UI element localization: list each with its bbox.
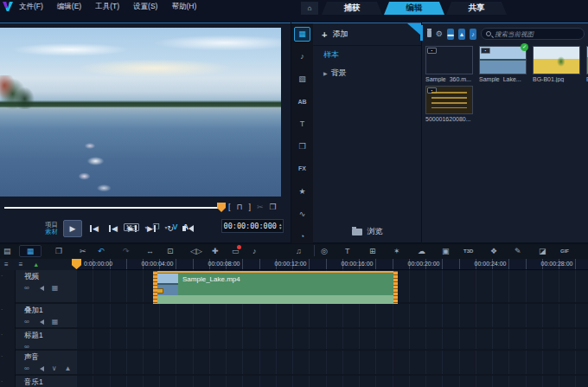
video-toggle[interactable]: V — [172, 223, 177, 231]
waveform-icon[interactable]: ∨ — [52, 365, 57, 372]
track-music1-lane[interactable] — [76, 376, 588, 387]
painting-creator-icon[interactable]: ❖ — [490, 245, 497, 257]
enlarge-preview-icon[interactable]: ❐ — [270, 203, 277, 211]
home-icon[interactable]: ⌂ — [301, 2, 318, 15]
opacity-icon[interactable]: ▦ — [52, 285, 59, 292]
filter-audio-button[interactable]: ♪ — [470, 29, 476, 40]
filter-video-button[interactable]: ▬ — [447, 29, 454, 40]
timeline-ruler[interactable]: 0:00:00:00 00:00:04:00 00:00:08:00 00:00… — [76, 259, 588, 270]
link-icon[interactable]: ∞ — [24, 285, 29, 292]
menu-help[interactable]: 帮助(H) — [171, 2, 196, 12]
copy-icon[interactable]: ❐ — [55, 245, 62, 257]
crop-caret-icon[interactable]: ▾ — [164, 224, 167, 230]
split-clip-icon[interactable]: ◁▷ — [190, 245, 202, 257]
track-title1-lane[interactable] — [76, 329, 588, 349]
ripple-edit-icon[interactable]: ↔ — [146, 245, 154, 257]
media-thumbnail[interactable] — [533, 46, 580, 74]
timecode-box[interactable]: 00:00:00:000 ▴ ▾ — [221, 219, 284, 233]
redo-icon[interactable]: ↷ — [123, 245, 130, 257]
filter-photo-button[interactable]: ▲ — [458, 29, 465, 40]
opacity-icon[interactable]: ▦ — [52, 319, 59, 326]
media-thumbnail[interactable]: ▪ — [425, 46, 473, 74]
prev-frame-button[interactable]: ◀ — [106, 222, 120, 235]
subtitle-editor-icon[interactable]: T — [345, 245, 350, 257]
category-backgrounds[interactable]: ▶ 背景 — [313, 64, 421, 82]
expand-caret-icon[interactable]: ▶ — [323, 70, 328, 76]
track-video-lane[interactable]: Sample_Lake.mp4 — [76, 270, 588, 302]
nav-media-icon[interactable]: ▦ — [294, 27, 310, 42]
timeline-clip[interactable]: Sample_Lake.mp4 — [153, 271, 398, 306]
media-item[interactable]: ▪ 500001620080... — [425, 86, 479, 122]
gif-creator-icon[interactable]: GIF — [560, 245, 569, 257]
link-icon[interactable]: ∞ — [24, 344, 29, 351]
aspect-caret-icon[interactable]: ▾ — [144, 224, 147, 230]
preview-video[interactable] — [0, 28, 281, 197]
tab-share[interactable]: 共享 — [446, 2, 507, 15]
track-voice-lane[interactable] — [76, 351, 588, 374]
track-side-strip[interactable]: · — [0, 329, 16, 351]
sketch-icon[interactable]: ✎ — [514, 245, 521, 257]
media-item[interactable]: ▪ Sample_360.m... — [425, 46, 479, 82]
menu-tools[interactable]: 工具(T) — [95, 2, 119, 12]
multi-cam-icon[interactable]: ◎ — [321, 245, 328, 257]
color-grading-icon[interactable]: ◪ — [539, 245, 546, 257]
nav-speed-icon[interactable]: ◔ — [294, 229, 310, 243]
mark-out-icon[interactable]: ] — [249, 203, 252, 211]
nav-filter-icon[interactable]: FX — [294, 161, 310, 176]
mode-clip-label[interactable]: 素材 — [45, 229, 58, 235]
media-item[interactable]: BG-B01.jpg — [533, 46, 586, 82]
sync-settings-icon[interactable]: ⚙ — [436, 29, 443, 38]
menu-edit[interactable]: 编辑(E) — [57, 2, 81, 12]
browse-button[interactable]: 浏览 — [313, 226, 421, 237]
go-start-button[interactable]: ◀ — [87, 222, 101, 235]
mark-in-icon[interactable]: [ — [228, 203, 231, 211]
ducking-icon[interactable]: ▲ — [65, 365, 72, 372]
menu-file[interactable]: 文件(F) — [19, 2, 43, 12]
timeline-view-icon[interactable]: ▦ — [19, 245, 42, 257]
track-side-strip[interactable]: · — [0, 270, 16, 304]
mask-creator-icon[interactable]: ☁ — [418, 245, 425, 257]
tab-capture[interactable]: 捕获 — [322, 2, 382, 15]
fit-project-icon[interactable]: ⊡ — [167, 245, 174, 257]
nav-motion-path-icon[interactable]: ∿ — [294, 206, 310, 221]
import-folder-icon[interactable] — [427, 30, 431, 37]
swap-tracks-icon[interactable]: ≡ — [19, 261, 23, 268]
undo-icon[interactable]: ↶ — [98, 245, 105, 257]
search-input[interactable] — [495, 30, 579, 38]
nav-overlay-icon[interactable]: ❒ — [294, 139, 310, 154]
split-screen-icon[interactable]: ⊞ — [369, 245, 376, 257]
motion-tracking-icon[interactable]: ✶ — [393, 245, 400, 257]
trim-icon[interactable]: ⊓ — [237, 203, 243, 211]
record-capture-icon[interactable]: ▭ — [232, 245, 240, 257]
nav-effects-icon[interactable]: ★ — [294, 184, 310, 198]
media-thumbnail[interactable]: ▪ ✓ — [479, 46, 527, 74]
aspect-ratio-badge[interactable]: 16:9 — [124, 223, 140, 231]
trim-handle-right[interactable] — [393, 271, 398, 306]
sound-mixer-icon[interactable]: ♪ — [252, 245, 257, 257]
mute-icon[interactable] — [37, 366, 44, 371]
trim-handle-left[interactable] — [153, 271, 157, 306]
nav-transition-icon[interactable]: AB — [294, 94, 310, 109]
track-side-strip[interactable]: · — [0, 376, 16, 387]
storyboard-view-icon[interactable]: ▤ — [3, 245, 11, 257]
audio-toggle[interactable]: A — [183, 223, 189, 231]
nav-audio-icon[interactable]: ♪ — [294, 49, 310, 64]
tab-edit[interactable]: 编辑 — [384, 2, 444, 15]
crop-select-icon[interactable]: ❐ — [152, 223, 159, 231]
mute-icon[interactable] — [37, 319, 44, 325]
nav-title-icon[interactable]: T — [294, 117, 310, 132]
auto-music-icon[interactable]: ♫ — [296, 245, 302, 257]
add-folder-row[interactable]: + 添加 — [313, 23, 421, 46]
link-icon[interactable]: ∞ — [24, 365, 29, 372]
timecode-spinner[interactable]: ▴ ▾ — [279, 223, 282, 229]
nav-instant-project-icon[interactable]: ▧ — [294, 72, 310, 87]
track-manager-icon[interactable]: ≡ — [4, 261, 9, 268]
track-side-strip[interactable]: · — [0, 304, 16, 329]
media-item[interactable]: ▪ ✓ Sample_Lake... — [479, 46, 533, 82]
scrubber-handle[interactable] — [217, 203, 226, 212]
ripple-all-icon[interactable]: ▲ — [33, 261, 39, 268]
customize-tools-icon[interactable]: ✂ — [80, 245, 86, 257]
insert-icon[interactable]: ✚ — [212, 245, 219, 257]
split-scissors-icon[interactable]: ✂ — [257, 203, 264, 211]
spin-down-icon[interactable]: ▾ — [279, 226, 282, 229]
